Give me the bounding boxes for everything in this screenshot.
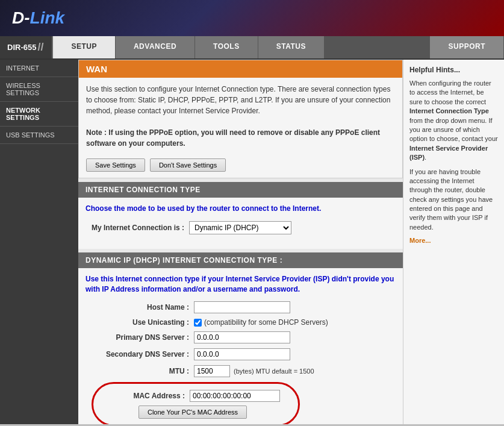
tab-advanced[interactable]: ADVANCED bbox=[116, 36, 195, 58]
hints-para1: When configuring the router to access th… bbox=[409, 79, 498, 163]
sidebar-item-usb[interactable]: USB SETTINGS bbox=[0, 127, 78, 144]
mac-label: MAC Address : bbox=[105, 392, 190, 400]
host-name-input[interactable] bbox=[194, 301, 290, 313]
host-name-row: Host Name : bbox=[86, 301, 396, 313]
mtu-note: (bytes) MTU default = 1500 bbox=[234, 368, 314, 375]
dropdown-label: My Internet Connection is : bbox=[92, 224, 184, 232]
wan-btn-row: Save Settings Don't Save Settings bbox=[79, 155, 402, 178]
tab-support[interactable]: SUPPORT bbox=[430, 36, 504, 58]
dhcp-header: DYNAMIC IP (DHCP) INTERNET CONNECTION TY… bbox=[78, 252, 403, 268]
main-layout: INTERNET WIRELESS SETTINGS NETWORK SETTI… bbox=[0, 60, 504, 424]
primary-dns-input[interactable] bbox=[194, 331, 290, 343]
sidebar-item-wireless[interactable]: WIRELESS SETTINGS bbox=[0, 77, 78, 102]
header: D-Link bbox=[0, 0, 504, 36]
model-badge: DIR-655 // bbox=[0, 36, 53, 58]
connection-dropdown-row: My Internet Connection is : Dynamic IP (… bbox=[92, 221, 396, 234]
hints-panel: Helpful Hints... When configuring the ro… bbox=[403, 60, 504, 424]
wan-header: WAN bbox=[79, 60, 402, 78]
unicasting-checkbox[interactable] bbox=[194, 319, 202, 327]
sidebar: INTERNET WIRELESS SETTINGS NETWORK SETTI… bbox=[0, 60, 78, 424]
secondary-dns-row: Secondary DNS Server : bbox=[86, 348, 396, 360]
dont-save-settings-button[interactable]: Don't Save Settings bbox=[150, 158, 226, 172]
sidebar-item-network[interactable]: NETWORK SETTINGS bbox=[0, 102, 78, 127]
mtu-label: MTU : bbox=[92, 367, 194, 375]
content: WAN Use this section to configure your I… bbox=[78, 60, 403, 424]
unicasting-row: Use Unicasting : (compatibility for some… bbox=[86, 318, 396, 327]
mac-highlight-oval: MAC Address : Clone Your PC's MAC Addres… bbox=[92, 382, 300, 424]
unicasting-label: Use Unicasting : bbox=[92, 318, 194, 327]
hints-para2: If you are having trouble accessing the … bbox=[409, 168, 498, 233]
primary-dns-label: Primary DNS Server : bbox=[92, 333, 194, 342]
connection-type-subtitle: Choose the mode to be used by the router… bbox=[86, 204, 396, 214]
hint-bold-isp: Internet Service Provider (ISP) bbox=[409, 145, 488, 161]
logo-link: Link bbox=[30, 8, 65, 27]
dhcp-section: DYNAMIC IP (DHCP) INTERNET CONNECTION TY… bbox=[78, 252, 403, 424]
navbar: DIR-655 // SETUP ADVANCED TOOLS STATUS S… bbox=[0, 36, 504, 60]
mac-address-input[interactable] bbox=[190, 390, 280, 402]
logo-d: D- bbox=[12, 8, 30, 27]
clone-mac-button[interactable]: Clone Your PC's MAC Address bbox=[138, 406, 247, 419]
wan-note: Note : If using the PPPoE option, you wi… bbox=[86, 128, 380, 148]
tab-setup[interactable]: SETUP bbox=[53, 36, 116, 58]
primary-dns-row: Primary DNS Server : bbox=[86, 331, 396, 343]
slash-icon: // bbox=[37, 41, 43, 54]
logo: D-Link bbox=[12, 8, 70, 28]
mac-address-row: MAC Address : bbox=[105, 390, 280, 402]
hints-more-link[interactable]: More... bbox=[409, 237, 431, 244]
secondary-dns-label: Secondary DNS Server : bbox=[92, 350, 194, 359]
tab-status[interactable]: STATUS bbox=[258, 36, 325, 58]
wan-desc: Use this section to configure your Inter… bbox=[79, 78, 402, 155]
dhcp-subtitle: Use this Internet connection type if you… bbox=[86, 274, 396, 295]
hints-title: Helpful Hints... bbox=[409, 66, 498, 74]
connection-type-section: INTERNET CONNECTION TYPE Choose the mode… bbox=[78, 182, 403, 249]
connection-type-select[interactable]: Dynamic IP (DHCP) Static IP PPPoE PPTP L… bbox=[189, 221, 291, 234]
wan-section: WAN Use this section to configure your I… bbox=[78, 60, 403, 178]
hint-bold-type: Internet Connection Type bbox=[409, 107, 489, 114]
clone-btn-row: Clone Your PC's MAC Address bbox=[105, 406, 280, 419]
sidebar-item-internet[interactable]: INTERNET bbox=[0, 60, 78, 77]
connection-type-content: Choose the mode to be used by the router… bbox=[78, 198, 403, 249]
unicasting-note: (compatibility for some DHCP Servers) bbox=[204, 318, 328, 327]
dhcp-content: Use this Internet connection type if you… bbox=[78, 268, 403, 424]
model-label: DIR-655 bbox=[7, 43, 36, 52]
save-settings-button[interactable]: Save Settings bbox=[86, 158, 145, 172]
connection-type-header: INTERNET CONNECTION TYPE bbox=[78, 182, 403, 198]
mac-container: MAC Address : Clone Your PC's MAC Addres… bbox=[86, 382, 396, 424]
mtu-row: MTU : (bytes) MTU default = 1500 bbox=[86, 365, 396, 377]
tab-tools[interactable]: TOOLS bbox=[195, 36, 258, 58]
secondary-dns-input[interactable] bbox=[194, 348, 290, 360]
wan-desc-text: Use this section to configure your Inter… bbox=[86, 85, 390, 115]
mtu-input[interactable] bbox=[194, 365, 230, 377]
host-name-label: Host Name : bbox=[92, 303, 194, 312]
